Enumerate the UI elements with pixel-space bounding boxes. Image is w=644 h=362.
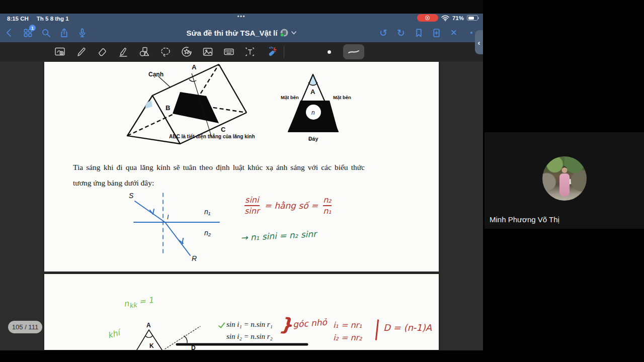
thumbnails-button[interactable]: 1 [22, 27, 33, 39]
red-brace: } [279, 314, 293, 335]
deviation-formula: D = (n-1)A [383, 322, 432, 333]
deviation-k-label: K [149, 342, 154, 349]
pen-icon [75, 46, 87, 58]
prism-caption: ABC là tiết diện thẳng của lăng kính [169, 134, 255, 139]
shapes-tool[interactable] [138, 45, 151, 59]
apex-a-label: A [310, 88, 315, 96]
prism-edge-label: Cạnh [148, 71, 164, 78]
vertex-c-label: C [221, 126, 226, 133]
incidence-point-label: I [167, 214, 169, 221]
lasso-tool[interactable] [159, 45, 172, 59]
paragraph-line-2: tương ứng bảng dưới đây: [73, 175, 400, 191]
page-title: Sửa đề thi thử TSA_Vật lí [187, 29, 278, 37]
screen-recording-indicator[interactable] [417, 14, 438, 22]
search-button[interactable] [40, 27, 51, 39]
snell-numerator: sini [245, 196, 259, 205]
tools-toolbar [0, 42, 483, 61]
eraser-icon [96, 46, 108, 58]
keyboard-tool[interactable] [222, 45, 235, 59]
zoom-window-tool[interactable] [53, 45, 66, 59]
date: Th 5 8 thg 1 [37, 16, 69, 22]
small-angle-note: góc nhỏ [292, 317, 327, 330]
add-page-button[interactable] [431, 27, 442, 39]
approx-eq-1: i₁ = nr₁ [333, 320, 362, 330]
shapes-icon [138, 46, 150, 58]
refracted-ray-label: R [192, 254, 197, 262]
image-tool[interactable] [201, 45, 214, 59]
bookmark-button[interactable] [413, 27, 424, 39]
snell-result-handwriting: → n₁ sini = n₂ sinr [240, 229, 317, 243]
snell-denominator2: n₁ [323, 207, 332, 216]
sidebar-collapse-handle[interactable]: ‹ [475, 30, 483, 54]
keyboard-icon [223, 46, 235, 58]
participant-avatar [542, 156, 587, 201]
battery-icon [467, 15, 478, 21]
notebook-page-2[interactable]: nkk = 1 khí A K D [44, 274, 439, 350]
page-indicator[interactable]: 105 / 111 [8, 321, 42, 333]
top-letterbox [0, 0, 483, 14]
laser-pointer-tool[interactable] [265, 45, 278, 59]
refraction-sketch: S I R n₁ n₂ [125, 190, 223, 264]
prism-2d-figure: n A Mặt bên Mặt bên Đáy [281, 72, 356, 146]
highlighter-icon [117, 46, 129, 58]
stroke-preview-icon [347, 48, 360, 55]
paragraph-line-1: Tia sáng khi đi qua lăng kính sẽ tuân th… [73, 159, 400, 175]
status-bar: 8:15 CH Th 5 8 thg 1 ••• 71% [0, 14, 483, 23]
image-icon [202, 46, 214, 58]
right-face-label: Mặt bên [333, 95, 351, 100]
clock: 8:15 CH [7, 16, 29, 22]
undo-button[interactable]: ↺ [378, 27, 389, 39]
notification-badge: 1 [29, 25, 36, 31]
sticker-star-icon [181, 46, 193, 58]
medium1-label: n₁ [204, 208, 211, 216]
back-button[interactable] [4, 27, 15, 39]
refractive-index-label: n [311, 109, 315, 116]
wifi-icon [441, 15, 449, 21]
pen-tool[interactable] [74, 45, 88, 59]
snell-law-handwriting: sini sinr = hằng số = n₂ n₁ [245, 196, 332, 216]
eraser-tool[interactable] [96, 45, 109, 59]
current-color-dot[interactable] [328, 50, 331, 54]
notebook-page-1[interactable]: Cạnh A B C ABC là tiết diện thẳng của lă… [44, 62, 439, 272]
left-face-label: Mặt bên [281, 95, 299, 100]
notes-app-window: 8:15 CH Th 5 8 thg 1 ••• 71% [0, 0, 483, 362]
share-icon [59, 28, 69, 38]
document-title-group[interactable]: Sửa đề thi thử TSA_Vật lí [187, 29, 297, 37]
snell-numerator2: n₂ [323, 196, 332, 205]
medium2-label: n₂ [204, 229, 211, 237]
snell-middle: = hằng số = [265, 201, 318, 211]
zoom-window-icon [54, 46, 66, 58]
chevron-down-icon [291, 31, 296, 35]
multitask-dots-icon: ••• [237, 14, 246, 19]
sticker-tool[interactable] [180, 45, 193, 59]
close-button[interactable]: × [448, 27, 459, 39]
lasso-icon [159, 46, 172, 58]
text-tool[interactable] [244, 45, 257, 59]
nav-bar: 1 Sửa đề thi thử TSA_Vật lí [0, 23, 483, 42]
air-note: khí [107, 328, 121, 340]
red-divider-stroke [375, 319, 379, 340]
share-button[interactable] [58, 27, 69, 39]
highlighter-tool[interactable] [117, 45, 130, 59]
participant-name: Minh Phương Võ Thị [490, 215, 559, 224]
deviation-apex-label: A [146, 322, 151, 329]
equation-1: sin i₁ = n.sin r₁ [226, 318, 273, 330]
base-label: Đáy [308, 136, 318, 142]
microphone-icon [77, 28, 87, 38]
bookmark-icon [415, 28, 423, 38]
air-index-note: nkk = 1 [123, 295, 154, 310]
microphone-button[interactable] [76, 27, 88, 39]
equation-2: sin i₂ = n.sin r₂ [226, 330, 273, 342]
body-paragraph: Tia sáng khi đi qua lăng kính sẽ tuân th… [73, 159, 400, 191]
notebook-canvas: Cạnh A B C ABC là tiết diện thẳng của lă… [0, 61, 483, 362]
laser-pointer-icon [265, 45, 278, 58]
redo-button[interactable]: ↻ [395, 27, 407, 39]
battery-percent: 71% [452, 15, 464, 21]
deviation-d-label: D [191, 344, 196, 350]
video-call-panel: Minh Phương Võ Thị [483, 0, 644, 362]
participant-tile[interactable]: Minh Phương Võ Thị [485, 132, 644, 229]
stroke-style-button[interactable] [343, 44, 364, 59]
printed-equations: sin i₁ = n.sin r₁ sin i₂ = n.sin r₂ [226, 318, 273, 342]
vertex-b-label: B [166, 104, 170, 112]
toolbar-divider [284, 46, 284, 58]
